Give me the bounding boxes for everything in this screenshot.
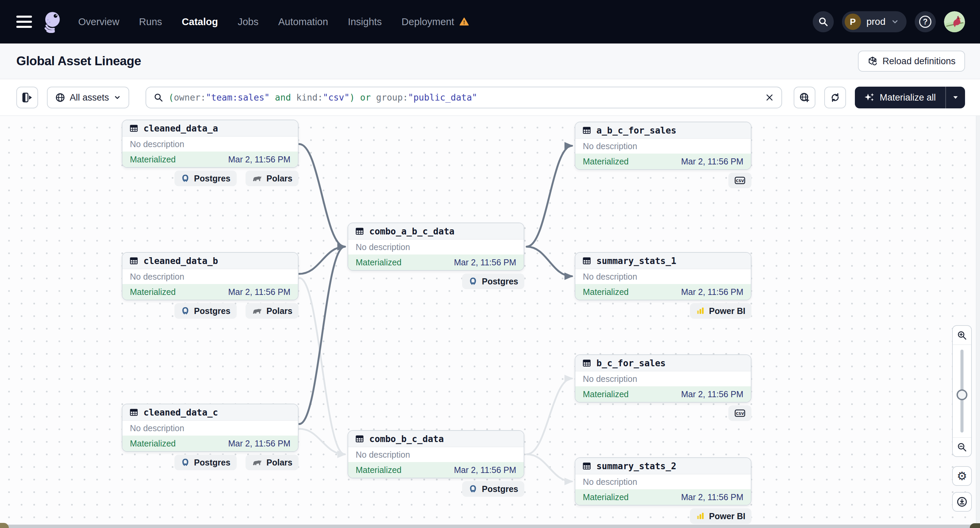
clear-search-icon[interactable] — [765, 93, 774, 102]
kind-tag-postgres[interactable]: Postgres — [175, 455, 237, 470]
dagster-logo-icon[interactable] — [41, 11, 63, 33]
query-segment-paren: ) — [350, 92, 355, 103]
asset-scope-dropdown[interactable]: All assets — [47, 87, 129, 108]
search-query[interactable]: (owner:"team:sales" and kind:"csv") or g… — [169, 92, 760, 103]
kind-tag-csv[interactable]: CSV — [729, 405, 751, 421]
asset-node-cleaned_data_b[interactable]: cleaned_data_b No description Materializ… — [122, 252, 299, 300]
zoom-slider-thumb[interactable] — [956, 389, 967, 400]
asset-node-a_b_c_for_sales[interactable]: a_b_c_for_sales No description Materiali… — [575, 122, 751, 170]
table-icon — [582, 358, 591, 368]
kind-tag-postgres[interactable]: Postgres — [175, 171, 237, 186]
table-icon — [129, 124, 138, 133]
materialized-timestamp[interactable]: Mar 2, 11:56 PM — [454, 465, 516, 475]
kind-tag-label: Power BI — [709, 511, 745, 521]
user-avatar[interactable] — [944, 11, 965, 32]
help-button[interactable]: ? — [915, 11, 936, 32]
materialized-timestamp[interactable]: Mar 2, 11:56 PM — [681, 157, 743, 166]
materialized-timestamp[interactable]: Mar 2, 11:56 PM — [228, 155, 290, 165]
nav-item-insights[interactable]: Insights — [348, 16, 382, 27]
materialize-options-button[interactable] — [946, 94, 965, 101]
top-nav-bar: OverviewRunsCatalogJobsAutomationInsight… — [0, 0, 980, 43]
kind-tag-label: Postgres — [194, 458, 231, 468]
materialized-timestamp[interactable]: Mar 2, 11:56 PM — [681, 287, 743, 297]
kind-tag-powerbi[interactable]: Power BI — [690, 508, 751, 524]
kind-tag-label: Postgres — [194, 306, 231, 316]
lineage-toolbar: All assets (owner:"team:sales" and kind:… — [0, 79, 980, 116]
query-segment-attr: kind: — [296, 92, 323, 103]
materialize-all-button[interactable]: Materialize all — [855, 92, 945, 103]
query-segment-value: "csv" — [323, 92, 350, 103]
asset-node-header: summary_stats_1 — [575, 253, 751, 269]
chevron-down-icon — [891, 17, 899, 26]
asset-node-b_c_for_sales[interactable]: b_c_for_sales No description Materialize… — [575, 354, 751, 403]
materialized-timestamp[interactable]: Mar 2, 11:56 PM — [681, 492, 743, 502]
asset-kind-tags: Postgres Polars — [122, 303, 299, 319]
caret-down-icon — [952, 94, 959, 101]
kind-tag-csv[interactable]: CSV — [729, 173, 751, 188]
asset-status-bar: Materialized Mar 2, 11:56 PM — [123, 436, 298, 451]
kind-tag-postgres[interactable]: Postgres — [462, 481, 524, 497]
asset-node-summary_stats_2[interactable]: summary_stats_2 No description Materiali… — [575, 457, 751, 506]
asset-node-combo_b_c_data[interactable]: combo_b_c_data No description Materializ… — [347, 430, 524, 479]
asset-status-bar: Materialized Mar 2, 11:56 PM — [575, 154, 751, 169]
nav-item-jobs[interactable]: Jobs — [238, 16, 258, 27]
asset-name: summary_stats_2 — [597, 461, 676, 471]
deployment-switcher[interactable]: P prod — [842, 11, 907, 32]
asset-name: combo_b_c_data — [369, 434, 444, 444]
canvas-scrollbar[interactable] — [976, 116, 980, 528]
asset-name: a_b_c_for_sales — [597, 125, 676, 136]
materialized-status: Materialized — [583, 389, 629, 399]
zoom-in-button[interactable] — [953, 326, 971, 345]
sparkle-icon — [864, 92, 875, 103]
asset-name: b_c_for_sales — [597, 358, 666, 368]
download-graph-button[interactable] — [952, 492, 972, 512]
zoom-out-button[interactable] — [953, 437, 971, 456]
refresh-button[interactable] — [824, 87, 846, 108]
kind-tag-polars[interactable]: Polars — [245, 171, 299, 186]
asset-status-bar: Materialized Mar 2, 11:56 PM — [575, 489, 751, 505]
kind-tag-label: Power BI — [709, 306, 745, 316]
asset-node-summary_stats_1[interactable]: summary_stats_1 No description Materiali… — [575, 252, 751, 300]
asset-description: No description — [575, 269, 751, 284]
asset-name: summary_stats_1 — [597, 256, 676, 266]
zoom-slider[interactable] — [953, 345, 971, 437]
external-assets-button[interactable] — [794, 87, 815, 108]
graph-settings-button[interactable]: ⚙ — [952, 466, 972, 486]
kind-tag-polars[interactable]: Polars — [245, 303, 299, 319]
materialized-timestamp[interactable]: Mar 2, 11:56 PM — [228, 439, 290, 449]
asset-node-cleaned_data_a[interactable]: cleaned_data_a No description Materializ… — [122, 120, 299, 168]
nav-item-overview[interactable]: Overview — [78, 16, 119, 27]
materialized-timestamp[interactable]: Mar 2, 11:56 PM — [681, 389, 743, 399]
kind-tag-label: Polars — [267, 458, 293, 468]
table-icon — [582, 256, 591, 265]
reload-definitions-button[interactable]: Reload definitions — [858, 51, 965, 72]
query-segment-op: or — [355, 92, 376, 103]
table-icon — [355, 227, 364, 236]
asset-name: combo_a_b_c_data — [369, 226, 454, 236]
materialized-timestamp[interactable]: Mar 2, 11:56 PM — [454, 258, 516, 267]
search-button[interactable] — [813, 11, 834, 32]
materialized-status: Materialized — [130, 287, 176, 297]
asset-node-cleaned_data_c[interactable]: cleaned_data_c No description Materializ… — [122, 404, 299, 452]
asset-search-input[interactable]: (owner:"team:sales" and kind:"csv") or g… — [146, 87, 782, 108]
reload-definitions-label: Reload definitions — [882, 56, 956, 67]
kind-tag-postgres[interactable]: Postgres — [462, 274, 524, 289]
materialize-all-label: Materialize all — [880, 92, 936, 103]
asset-node-combo_a_b_c_data[interactable]: combo_a_b_c_data No description Material… — [347, 222, 524, 271]
menu-icon[interactable] — [16, 16, 32, 28]
kind-tag-polars[interactable]: Polars — [245, 455, 299, 470]
kind-tag-postgres[interactable]: Postgres — [175, 303, 237, 319]
nav-item-catalog[interactable]: Catalog — [182, 16, 218, 27]
query-segment-paren: ( — [169, 92, 174, 103]
asset-kind-tags: Postgres — [347, 481, 524, 497]
materialized-timestamp[interactable]: Mar 2, 11:56 PM — [228, 287, 290, 297]
nav-item-runs[interactable]: Runs — [139, 16, 162, 27]
nav-item-automation[interactable]: Automation — [278, 16, 328, 27]
kind-tag-powerbi[interactable]: Power BI — [690, 303, 751, 319]
table-icon — [582, 461, 591, 471]
nav-item-deployment[interactable]: Deployment — [402, 16, 469, 27]
open-asset-panel-button[interactable] — [16, 87, 38, 108]
materialized-status: Materialized — [130, 439, 176, 449]
asset-status-bar: Materialized Mar 2, 11:56 PM — [123, 284, 298, 300]
asset-kind-tags: CSV — [575, 173, 751, 188]
